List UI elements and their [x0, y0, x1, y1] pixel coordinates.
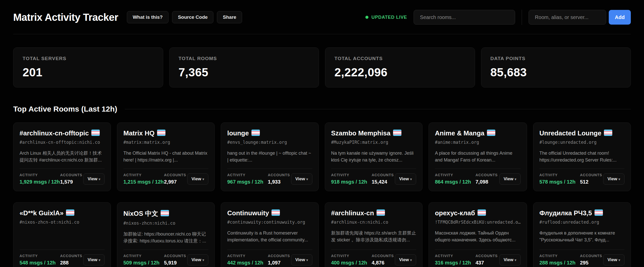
accounts-value: 1,579: [60, 179, 82, 185]
room-description: 加群验证: https://bouncer.nichi.co 聊天记录搜索: h…: [123, 231, 208, 244]
accounts-label: ACCOUNTS: [60, 173, 82, 177]
accounts-column: ACCOUNTS 5,919: [164, 254, 186, 266]
room-description: Флудильня в дополнение к комнате "Русско…: [539, 230, 624, 243]
accounts-value: 5,919: [164, 260, 186, 266]
activity-label: ACTIVITY: [123, 173, 164, 177]
room-description: Na tym kanale nie używamy ignore. Jeśli …: [331, 150, 416, 164]
activity-column: ACTIVITY 1,929 msgs / 12h: [20, 173, 60, 185]
view-button[interactable]: View▾: [187, 173, 209, 185]
accounts-column: ACCOUNTS 7,098: [476, 173, 498, 185]
search-input[interactable]: [414, 10, 515, 25]
view-button[interactable]: View▾: [499, 173, 521, 185]
accounts-value: 4,876: [372, 260, 394, 266]
room-card-divider: [123, 164, 208, 169]
accounts-column: ACCOUNTS 288: [60, 254, 82, 266]
room-card-divider: [227, 244, 312, 250]
room-name: lounge: [227, 129, 312, 137]
room-card: #archlinux-cn-offtopic #archlinux-cn-off…: [13, 122, 111, 191]
trans-flag-icon: [66, 209, 74, 216]
view-button-label: View: [192, 257, 201, 262]
activity-label: ACTIVITY: [435, 173, 476, 177]
trans-flag-icon: [157, 130, 165, 136]
accounts-label: ACCOUNTS: [268, 254, 290, 258]
activity-column: ACTIVITY 918 msgs / 12h: [331, 173, 372, 185]
trans-flag-icon: [251, 130, 260, 136]
live-status-text: UPDATED LIVE: [371, 15, 407, 20]
view-button[interactable]: View▾: [83, 173, 105, 185]
header-right: UPDATED LIVE Add: [365, 10, 631, 25]
activity-value: 400 msgs / 12h: [331, 260, 372, 266]
view-button[interactable]: View▾: [603, 173, 624, 185]
header-left: Matrix Activity Tracker What is this? So…: [13, 11, 242, 23]
stat-label: DATA POINTS: [490, 56, 622, 61]
room-alias: #archlinux-cn:nichi.co: [331, 220, 416, 225]
room-name: Continuwuity: [227, 209, 312, 217]
add-room-group: Add: [529, 10, 631, 25]
chevron-down-icon: ▾: [306, 258, 308, 262]
room-card-divider: [539, 164, 624, 169]
chevron-down-icon: ▾: [515, 177, 516, 181]
activity-value: 967 msgs / 12h: [227, 179, 268, 185]
room-card: Matrix HQ #matrix:matrix.org The Officia…: [117, 122, 215, 191]
room-name-text: орехус-клаб: [435, 209, 475, 217]
accounts-column: ACCOUNTS 1,933: [268, 173, 290, 185]
room-alias: #MuzykaPIRC:matrix.org: [331, 140, 416, 145]
room-alias: #archlinux-cn-offtopic:nichi.co: [20, 140, 105, 145]
activity-value: 918 msgs / 12h: [331, 179, 372, 185]
view-button[interactable]: View▾: [395, 254, 416, 265]
activity-column: ACTIVITY 1,215 msgs / 12h: [123, 173, 164, 185]
room-card-divider: [20, 164, 105, 169]
view-button[interactable]: View▾: [603, 254, 624, 265]
accounts-column: ACCOUNTS 4,876: [372, 254, 394, 266]
activity-value: 1,215 msgs / 12h: [123, 179, 164, 185]
view-button[interactable]: View▾: [499, 254, 521, 265]
room-card-footer: ACTIVITY 864 msgs / 12h ACCOUNTS 7,098 V…: [435, 173, 521, 185]
room-name-text: Matrix HQ: [123, 129, 155, 137]
room-card: #archlinux-cn #archlinux-cn:nichi.co 新加群…: [325, 202, 422, 267]
activity-label: ACTIVITY: [539, 254, 580, 258]
chevron-down-icon: ▾: [618, 258, 620, 262]
chevron-down-icon: ▾: [99, 177, 100, 181]
accounts-column: ACCOUNTS 437: [476, 254, 498, 266]
room-card-footer: ACTIVITY 967 msgs / 12h ACCOUNTS 1,933 V…: [227, 173, 312, 185]
room-name: NixOS 中文: [123, 209, 208, 218]
chevron-down-icon: ▾: [410, 177, 412, 181]
room-name-text: Anime & Manga: [435, 129, 484, 137]
activity-label: ACTIVITY: [227, 173, 268, 177]
accounts-value: 288: [60, 260, 82, 266]
activity-value: 1,929 msgs / 12h: [20, 179, 60, 185]
add-button[interactable]: Add: [609, 10, 631, 25]
room-alias: #envs_lounge:matrix.org: [227, 140, 312, 145]
accounts-label: ACCOUNTS: [580, 254, 602, 258]
view-button[interactable]: View▾: [83, 254, 105, 265]
view-button-label: View: [295, 257, 305, 262]
section-head: Top Active Rooms (Last 12h): [13, 105, 631, 113]
add-room-input[interactable]: [529, 10, 606, 25]
accounts-value: 1,933: [268, 179, 290, 185]
trans-flag-icon: [604, 130, 612, 136]
accounts-column: ACCOUNTS 15,424: [372, 173, 394, 185]
what-is-this-button[interactable]: What is this?: [127, 11, 168, 23]
share-button[interactable]: Share: [217, 11, 242, 23]
activity-label: ACTIVITY: [539, 173, 580, 177]
room-card-divider: [331, 164, 416, 169]
section-rule: [125, 109, 631, 109]
source-code-button[interactable]: Source Code: [172, 11, 213, 23]
room-name: #archlinux-cn-offtopic: [20, 129, 105, 137]
view-button[interactable]: View▾: [291, 254, 312, 265]
view-button-label: View: [607, 176, 617, 181]
stat-value: 201: [23, 65, 154, 79]
header-buttons: What is this? Source Code Share: [127, 11, 242, 23]
activity-column: ACTIVITY 288 msgs / 12h: [539, 254, 580, 266]
room-alias: #anime:matrix.org: [435, 140, 521, 145]
room-name: «D**k GuixlA»: [20, 209, 105, 217]
trans-flag-icon: [161, 210, 169, 216]
view-button[interactable]: View▾: [187, 254, 209, 265]
activity-column: ACTIVITY 578 msgs / 12h: [539, 173, 580, 185]
view-button[interactable]: View▾: [291, 173, 312, 185]
trans-flag-icon: [393, 130, 401, 136]
view-button[interactable]: View▾: [395, 173, 416, 185]
room-card-footer: ACTIVITY 918 msgs / 12h ACCOUNTS 15,424 …: [331, 173, 416, 185]
room-card-footer: ACTIVITY 509 msgs / 12h ACCOUNTS 5,919 V…: [123, 254, 208, 266]
room-card-divider: [123, 244, 208, 250]
